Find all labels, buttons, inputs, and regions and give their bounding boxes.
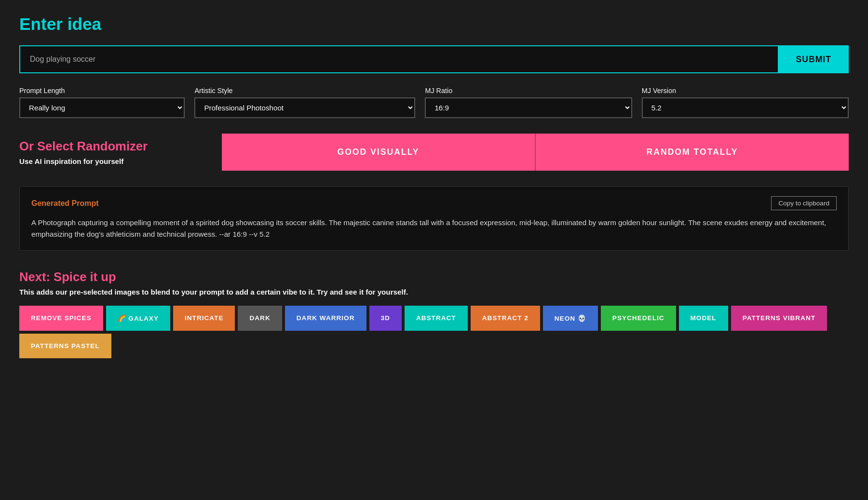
randomizer-section: Or Select Randomizer Use AI inspiration …	[19, 134, 849, 171]
spice-button[interactable]: 3D	[369, 306, 402, 331]
spice-buttons: REMOVE SPICES🌈 GALAXYINTRICATEDARKDARK W…	[19, 306, 849, 358]
artistic-style-select[interactable]: Professional Photoshoot Digital Art Oil …	[194, 97, 415, 118]
artistic-style-label: Artistic Style	[194, 87, 415, 95]
randomizer-title-highlight: Select Randomizer	[37, 139, 148, 153]
controls-row: Prompt Length Short Medium Long Really l…	[19, 87, 849, 118]
spice-button[interactable]: PATTERNS VIBRANT	[731, 306, 827, 331]
generated-prompt-text: A Photograph capturing a compelling mome…	[31, 217, 837, 241]
mj-ratio-select[interactable]: 1:1 4:3 16:9 9:16 3:2	[425, 97, 632, 118]
generated-prompt-header: Generated Prompt Copy to clipboard	[31, 196, 837, 210]
spice-button[interactable]: PATTERNS PASTEL	[19, 334, 111, 358]
page-title: Enter idea	[19, 14, 849, 34]
spice-button[interactable]: DARK WARRIOR	[285, 306, 366, 331]
spice-button[interactable]: MODEL	[679, 306, 728, 331]
randomizer-left: Or Select Randomizer Use AI inspiration …	[19, 139, 222, 165]
prompt-length-label: Prompt Length	[19, 87, 185, 95]
randomizer-buttons: GOOD VISUALLY RANDOM TOTALLY	[222, 134, 849, 171]
mj-ratio-group: MJ Ratio 1:1 4:3 16:9 9:16 3:2	[425, 87, 632, 118]
spice-button[interactable]: NEON 💀	[543, 306, 598, 331]
spice-section: Next: Spice it up This adds our pre-sele…	[19, 270, 849, 358]
randomizer-title-static: Or	[19, 139, 37, 153]
input-row: SUBMIT	[19, 45, 849, 73]
spice-button[interactable]: ABSTRACT	[405, 306, 468, 331]
spice-button[interactable]: 🌈 GALAXY	[106, 306, 170, 331]
prompt-length-select[interactable]: Short Medium Long Really long	[19, 97, 185, 118]
mj-version-group: MJ Version 4 5 5.1 5.2 6	[642, 87, 849, 118]
generated-prompt-label: Generated Prompt	[31, 199, 99, 208]
random-totally-button[interactable]: RANDOM TOTALLY	[535, 134, 849, 171]
spice-button[interactable]: INTRICATE	[173, 306, 235, 331]
good-visually-button[interactable]: GOOD VISUALLY	[222, 134, 535, 171]
generated-prompt-section: Generated Prompt Copy to clipboard A Pho…	[19, 186, 849, 251]
randomizer-title: Or Select Randomizer	[19, 139, 222, 153]
spice-title-static: Next:	[19, 270, 54, 284]
copy-to-clipboard-button[interactable]: Copy to clipboard	[771, 196, 837, 210]
idea-input[interactable]	[19, 45, 779, 73]
spice-button[interactable]: PSYCHEDELIC	[601, 306, 676, 331]
artistic-style-group: Artistic Style Professional Photoshoot D…	[194, 87, 415, 118]
spice-subtitle: This adds our pre-selected images to ble…	[19, 288, 849, 296]
prompt-length-group: Prompt Length Short Medium Long Really l…	[19, 87, 185, 118]
spice-title: Next: Spice it up	[19, 270, 849, 284]
mj-version-label: MJ Version	[642, 87, 849, 95]
spice-button[interactable]: DARK	[238, 306, 282, 331]
submit-button[interactable]: SUBMIT	[779, 45, 849, 73]
spice-title-highlight: Spice it up	[54, 270, 116, 284]
mj-version-select[interactable]: 4 5 5.1 5.2 6	[642, 97, 849, 118]
randomizer-subtitle: Use AI inspiration for yourself	[19, 157, 222, 165]
spice-button[interactable]: REMOVE SPICES	[19, 306, 103, 331]
mj-ratio-label: MJ Ratio	[425, 87, 632, 95]
spice-button[interactable]: ABSTRACT 2	[471, 306, 540, 331]
